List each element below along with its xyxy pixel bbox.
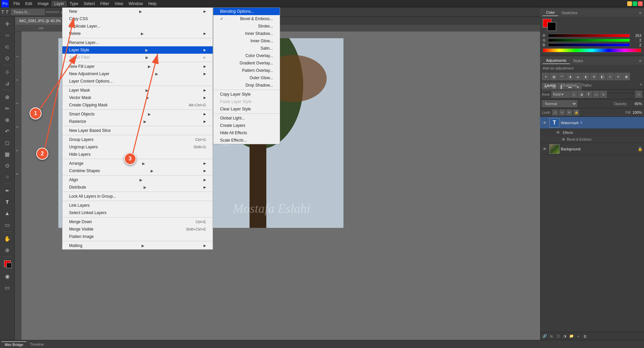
- opacity-value[interactable]: 80%: [629, 102, 642, 106]
- styles-tab[interactable]: Styles: [570, 58, 587, 64]
- bevel-emboss-visibility[interactable]: 👁: [560, 136, 567, 143]
- submenu-blending-options[interactable]: Blending Options...: [213, 8, 280, 15]
- quick-mask-btn[interactable]: ◉: [1, 271, 13, 282]
- lock-all-icon[interactable]: 🔒: [573, 109, 579, 115]
- color-r-slider[interactable]: [548, 34, 630, 37]
- menu-create-clipping-mask[interactable]: Create Clipping MaskAlt+Ctrl+G: [62, 101, 213, 109]
- paths-tab[interactable]: Paths: [580, 83, 594, 88]
- menu-hide-layers[interactable]: Hide Layers: [62, 151, 213, 158]
- filter-smart-icon[interactable]: ⊙: [600, 91, 607, 98]
- lock-transparent-icon[interactable]: ◻: [552, 109, 558, 115]
- dodge-tool[interactable]: ○: [1, 171, 13, 182]
- submenu-color-overlay[interactable]: Color Overlay...: [213, 52, 280, 59]
- levels-icon[interactable]: ▦: [550, 73, 557, 80]
- healing-tool[interactable]: ⊕: [1, 92, 13, 102]
- photo-filter-icon[interactable]: ⊙: [606, 73, 614, 80]
- layer-background-visibility[interactable]: 👁: [541, 146, 548, 152]
- quick-select-tool[interactable]: ⊙: [1, 53, 13, 63]
- background-swatch[interactable]: [547, 22, 556, 31]
- menu-link-layers[interactable]: Link Layers: [62, 202, 213, 209]
- filter-shape-icon[interactable]: ▭: [593, 91, 599, 98]
- zoom-tool[interactable]: ⊕: [1, 245, 13, 255]
- submenu-inner-shadow[interactable]: Inner Shadow...: [213, 30, 280, 37]
- menu-layer-mask[interactable]: Layer Mask▶: [62, 87, 213, 94]
- menu-layer[interactable]: Layer: [51, 1, 67, 7]
- menu-combine-shapes[interactable]: Combine Shapes▶: [62, 167, 213, 175]
- color-spectrum-bar[interactable]: [543, 48, 641, 52]
- lasso-tool[interactable]: ⊂: [1, 41, 13, 52]
- menu-select-linked-layers[interactable]: Select Linked Layers: [62, 209, 213, 216]
- lock-pixels-icon[interactable]: ✏: [559, 109, 565, 115]
- submenu-scale-effects[interactable]: Scale Effects...: [213, 137, 280, 144]
- menu-help[interactable]: Help: [146, 1, 159, 7]
- eyedropper-tool[interactable]: ⊿: [1, 78, 13, 89]
- submenu-inner-glow[interactable]: Inner Glow...: [213, 37, 280, 45]
- bw-icon[interactable]: ◧: [598, 73, 606, 80]
- color-b-slider[interactable]: [548, 43, 630, 47]
- layer-watermark-visibility[interactable]: 👁: [541, 119, 548, 126]
- submenu-global-light[interactable]: Global Light...: [213, 114, 280, 122]
- color-balance-icon[interactable]: ⊕: [590, 73, 598, 80]
- brightness-contrast-icon[interactable]: ☀: [542, 73, 549, 80]
- path-selection-tool[interactable]: ▲: [1, 208, 13, 219]
- move-tool[interactable]: ✛: [1, 18, 13, 29]
- menu-matting[interactable]: Matting▶: [62, 242, 213, 249]
- add-mask-btn[interactable]: ◻: [555, 333, 561, 340]
- menu-window[interactable]: Window: [126, 1, 146, 7]
- shape-tool[interactable]: ▭: [1, 219, 13, 230]
- channels-tab[interactable]: Channels: [558, 83, 579, 88]
- menu-filter[interactable]: Filter: [98, 1, 112, 7]
- new-group-btn[interactable]: 📁: [568, 333, 575, 340]
- gradient-tool[interactable]: ▦: [1, 149, 13, 159]
- marquee-tool[interactable]: ▭: [1, 30, 13, 41]
- menu-image[interactable]: Image: [35, 1, 51, 7]
- menu-merge-visible[interactable]: Merge VisibleShift+Ctrl+E: [62, 226, 213, 233]
- swatches-tab[interactable]: Swatches: [558, 10, 581, 16]
- menu-new-adj-layer[interactable]: New Adjustment Layer▶: [62, 70, 213, 78]
- submenu-pattern-overlay[interactable]: Pattern Overlay...: [213, 67, 280, 74]
- menu-distribute[interactable]: Distribute▶: [62, 184, 213, 191]
- submenu-drop-shadow[interactable]: Drop Shadow...: [213, 82, 280, 89]
- vibrance-icon[interactable]: ▲: [574, 73, 582, 80]
- menu-group-layers[interactable]: Group LayersCtrl+G: [62, 136, 213, 143]
- effects-visibility[interactable]: 👁: [555, 129, 561, 136]
- mini-bridge-tab[interactable]: Mini Bridge: [1, 341, 26, 347]
- exposure-icon[interactable]: ◑: [566, 73, 574, 80]
- submenu-gradient-overlay[interactable]: Gradient Overlay...: [213, 59, 280, 67]
- menu-edit[interactable]: Edit: [22, 1, 35, 7]
- menu-smart-filter[interactable]: Smart Filter▶: [62, 54, 213, 61]
- adjustments-tab[interactable]: Adjustments: [543, 57, 570, 64]
- color-panel-menu[interactable]: ≡: [639, 11, 641, 15]
- menu-copy-css[interactable]: Copy CSS: [62, 15, 213, 22]
- menu-select[interactable]: Select: [81, 1, 97, 7]
- menu-align[interactable]: Align▶: [62, 176, 213, 184]
- screen-mode-btn[interactable]: ▭: [1, 282, 13, 293]
- color-g-slider[interactable]: [548, 39, 630, 42]
- window-maximize[interactable]: □: [633, 1, 637, 6]
- curves-icon[interactable]: 〜: [558, 73, 566, 80]
- layer-watermark[interactable]: 👁 T Watermark fx: [540, 117, 644, 129]
- menu-type[interactable]: Type: [67, 1, 81, 7]
- hand-tool[interactable]: ✋: [1, 233, 13, 244]
- submenu-hide-all-effects[interactable]: Hide All Effects: [213, 129, 280, 137]
- menu-duplicate-layer[interactable]: Duplicate Layer...: [62, 22, 213, 30]
- layers-tab[interactable]: Layers: [542, 83, 558, 88]
- blend-mode-select[interactable]: Normal: [542, 100, 577, 107]
- brush-tool[interactable]: ✏: [1, 103, 13, 114]
- font-size-input[interactable]: [46, 11, 59, 13]
- color-tab[interactable]: Color: [543, 9, 558, 16]
- history-tool[interactable]: ↶: [1, 126, 13, 137]
- menu-rename-layer[interactable]: Rename Layer...: [62, 39, 213, 46]
- menu-file[interactable]: File: [11, 1, 22, 7]
- filter-toggle[interactable]: ○: [635, 91, 642, 98]
- eraser-tool[interactable]: ◻: [1, 137, 13, 148]
- delete-layer-btn[interactable]: 🗑: [582, 333, 588, 340]
- submenu-bevel-emboss[interactable]: ✓ Bevel & Emboss...: [213, 15, 280, 22]
- crop-tool[interactable]: ⊹: [1, 66, 13, 77]
- type-tool[interactable]: T: [1, 197, 13, 207]
- timeline-tab[interactable]: Timeline: [26, 342, 47, 347]
- menu-rasterize[interactable]: Rasterize▶: [62, 118, 213, 125]
- menu-new-fill-layer[interactable]: New Fill Layer▶: [62, 63, 213, 70]
- blur-tool[interactable]: ⊙: [1, 160, 13, 171]
- layer-background[interactable]: 👁 Background 🔒: [540, 143, 644, 155]
